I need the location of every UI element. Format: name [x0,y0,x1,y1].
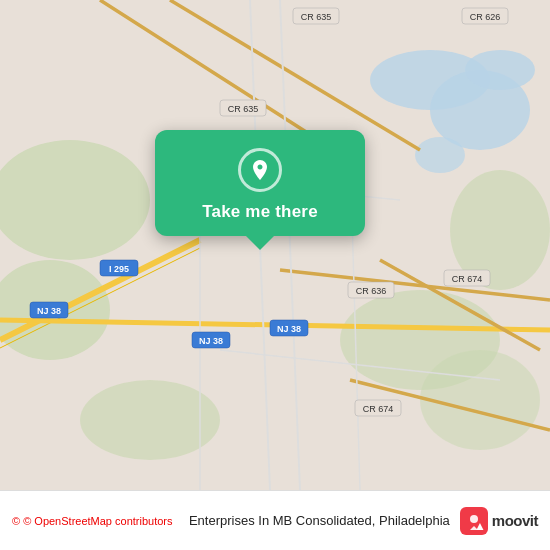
svg-point-7 [80,380,220,460]
svg-text:CR 635: CR 635 [228,104,259,114]
svg-point-4 [415,137,465,173]
destination-text: Enterprises In MB Consolidated, Philadel… [189,513,450,528]
map-popup[interactable]: Take me there [155,130,365,236]
destination-city: Philadelphia [379,513,450,528]
take-me-there-button[interactable]: Take me there [202,202,318,222]
moovit-logo: moovit [460,507,538,535]
svg-text:CR 674: CR 674 [452,274,483,284]
svg-text:CR 635: CR 635 [301,12,332,22]
svg-text:NJ 38: NJ 38 [199,336,223,346]
osm-copyright-symbol: © [12,515,20,527]
destination-info: Enterprises In MB Consolidated, Philadel… [189,507,538,535]
destination-name: Enterprises In MB Consolidated, [189,513,375,528]
svg-point-45 [470,515,478,523]
svg-text:I 295: I 295 [109,264,129,274]
bottom-bar: © © OpenStreetMap contributors Enterpris… [0,490,550,550]
svg-point-10 [420,350,540,450]
location-pin-icon [238,148,282,192]
moovit-icon [460,507,488,535]
svg-marker-46 [470,526,478,530]
svg-text:NJ 38: NJ 38 [277,324,301,334]
svg-text:NJ 38: NJ 38 [37,306,61,316]
map-view[interactable]: CR 626 CR 635 CR 635 CR 636 CR 674 CR 67… [0,0,550,490]
svg-text:CR 674: CR 674 [363,404,394,414]
svg-text:CR 636: CR 636 [356,286,387,296]
svg-text:CR 626: CR 626 [470,12,501,22]
svg-point-3 [465,50,535,90]
osm-credit-text: © OpenStreetMap contributors [23,515,172,527]
osm-credit: © © OpenStreetMap contributors [12,515,173,527]
moovit-wordmark: moovit [492,512,538,529]
